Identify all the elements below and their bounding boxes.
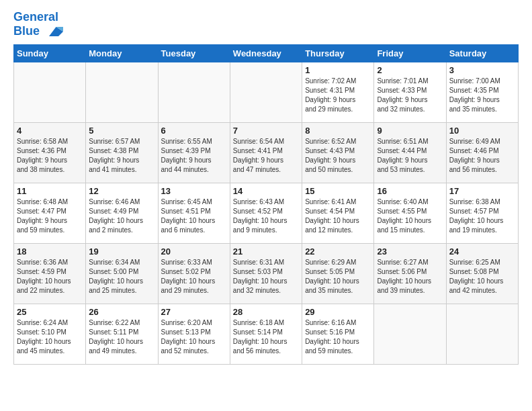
calendar-cell xyxy=(374,304,446,364)
day-info: and 50 minutes. xyxy=(305,165,371,175)
day-info: Sunset: 5:00 PM xyxy=(89,267,154,277)
day-number: 20 xyxy=(161,246,227,257)
day-number: 22 xyxy=(305,246,371,257)
day-info: Daylight: 9 hours xyxy=(377,95,443,105)
day-info: Daylight: 9 hours xyxy=(161,156,227,165)
weekday-header-thursday: Thursday xyxy=(302,44,374,62)
day-number: 18 xyxy=(17,246,83,257)
day-info: Daylight: 10 hours xyxy=(233,337,299,347)
day-info: Daylight: 10 hours xyxy=(161,277,227,286)
logo-text2: Blue xyxy=(13,24,63,39)
day-info: Sunrise: 6:54 AM xyxy=(233,137,299,146)
day-number: 6 xyxy=(161,126,227,136)
day-info: Sunset: 4:49 PM xyxy=(89,207,154,216)
day-info: Sunrise: 6:20 AM xyxy=(161,318,227,328)
calendar-cell: 10Sunrise: 6:49 AMSunset: 4:46 PMDayligh… xyxy=(446,122,518,183)
day-info: and 39 minutes. xyxy=(377,286,443,295)
day-number: 2 xyxy=(377,65,443,75)
calendar-cell xyxy=(86,62,158,122)
day-info: Daylight: 10 hours xyxy=(305,277,371,286)
day-info: Sunset: 5:14 PM xyxy=(233,328,299,337)
day-info: Sunrise: 7:00 AM xyxy=(449,77,515,86)
day-info: Daylight: 10 hours xyxy=(17,337,83,347)
day-info: and 59 minutes. xyxy=(305,347,371,356)
day-info: Sunrise: 6:40 AM xyxy=(377,197,443,207)
day-number: 26 xyxy=(89,307,154,317)
day-info: and 52 minutes. xyxy=(161,347,227,356)
weekday-header-wednesday: Wednesday xyxy=(230,44,302,62)
day-info: Daylight: 10 hours xyxy=(377,216,443,226)
day-info: Daylight: 9 hours xyxy=(89,156,154,165)
calendar-cell: 22Sunrise: 6:29 AMSunset: 5:05 PMDayligh… xyxy=(302,243,374,304)
day-info: and 56 minutes. xyxy=(233,347,299,356)
calendar-cell: 12Sunrise: 6:46 AMSunset: 4:49 PMDayligh… xyxy=(86,183,158,243)
calendar-cell: 3Sunrise: 7:00 AMSunset: 4:35 PMDaylight… xyxy=(446,62,518,122)
day-info: Sunset: 4:59 PM xyxy=(17,267,83,277)
day-info: and 29 minutes. xyxy=(161,286,227,295)
day-info: Sunset: 4:52 PM xyxy=(233,207,299,216)
day-info: and 12 minutes. xyxy=(305,226,371,235)
calendar-cell: 26Sunrise: 6:22 AMSunset: 5:11 PMDayligh… xyxy=(86,304,158,364)
calendar-cell xyxy=(158,62,230,122)
day-info: Daylight: 9 hours xyxy=(305,156,371,165)
calendar-cell: 5Sunrise: 6:57 AMSunset: 4:38 PMDaylight… xyxy=(86,122,158,183)
week-row-1: 1Sunrise: 7:02 AMSunset: 4:31 PMDaylight… xyxy=(14,62,519,122)
calendar-cell: 7Sunrise: 6:54 AMSunset: 4:41 PMDaylight… xyxy=(230,122,302,183)
day-info: and 32 minutes. xyxy=(233,286,299,295)
day-info: Sunset: 5:13 PM xyxy=(161,328,227,337)
calendar-cell: 27Sunrise: 6:20 AMSunset: 5:13 PMDayligh… xyxy=(158,304,230,364)
day-info: and 47 minutes. xyxy=(233,165,299,175)
day-info: Sunrise: 6:49 AM xyxy=(449,137,515,146)
calendar-cell: 9Sunrise: 6:51 AMSunset: 4:44 PMDaylight… xyxy=(374,122,446,183)
day-info: Sunset: 4:36 PM xyxy=(17,146,83,156)
weekday-header-row: SundayMondayTuesdayWednesdayThursdayFrid… xyxy=(14,44,519,62)
day-info: Daylight: 10 hours xyxy=(233,277,299,286)
day-info: Sunset: 4:47 PM xyxy=(17,207,83,216)
day-number: 7 xyxy=(233,126,299,136)
day-number: 23 xyxy=(377,246,443,257)
day-info: Daylight: 10 hours xyxy=(89,216,154,226)
day-info: Daylight: 10 hours xyxy=(89,277,154,286)
calendar-cell xyxy=(230,62,302,122)
day-info: Sunset: 5:16 PM xyxy=(305,328,371,337)
calendar-cell: 8Sunrise: 6:52 AMSunset: 4:43 PMDaylight… xyxy=(302,122,374,183)
day-info: Daylight: 10 hours xyxy=(233,216,299,226)
day-info: Sunset: 4:57 PM xyxy=(449,207,515,216)
day-info: Daylight: 9 hours xyxy=(233,156,299,165)
day-info: Sunset: 4:54 PM xyxy=(305,207,371,216)
weekday-header-friday: Friday xyxy=(374,44,446,62)
calendar-cell: 19Sunrise: 6:34 AMSunset: 5:00 PMDayligh… xyxy=(86,243,158,304)
day-number: 25 xyxy=(17,307,83,317)
day-info: Sunset: 4:35 PM xyxy=(449,86,515,95)
calendar-cell: 1Sunrise: 7:02 AMSunset: 4:31 PMDaylight… xyxy=(302,62,374,122)
day-info: Sunset: 4:51 PM xyxy=(161,207,227,216)
day-info: Sunset: 4:46 PM xyxy=(449,146,515,156)
day-number: 27 xyxy=(161,307,227,317)
day-info: Sunset: 5:10 PM xyxy=(17,328,83,337)
day-info: and 35 minutes. xyxy=(449,105,515,114)
calendar-cell: 28Sunrise: 6:18 AMSunset: 5:14 PMDayligh… xyxy=(230,304,302,364)
day-info: Sunrise: 6:55 AM xyxy=(161,137,227,146)
week-row-3: 11Sunrise: 6:48 AMSunset: 4:47 PMDayligh… xyxy=(14,183,519,243)
calendar-cell: 24Sunrise: 6:25 AMSunset: 5:08 PMDayligh… xyxy=(446,243,518,304)
day-number: 24 xyxy=(449,246,515,257)
day-number: 8 xyxy=(305,126,371,136)
day-info: Sunrise: 6:24 AM xyxy=(17,318,83,328)
day-info: Sunrise: 6:33 AM xyxy=(161,258,227,267)
day-info: Sunset: 4:33 PM xyxy=(377,86,443,95)
week-row-4: 18Sunrise: 6:36 AMSunset: 4:59 PMDayligh… xyxy=(14,243,519,304)
day-number: 3 xyxy=(449,65,515,75)
day-number: 13 xyxy=(161,186,227,196)
day-info: Daylight: 10 hours xyxy=(161,216,227,226)
day-info: Daylight: 9 hours xyxy=(449,156,515,165)
day-number: 17 xyxy=(449,186,515,196)
day-info: and 6 minutes. xyxy=(161,226,227,235)
day-info: Daylight: 9 hours xyxy=(449,95,515,105)
day-info: Daylight: 9 hours xyxy=(305,95,371,105)
week-row-5: 25Sunrise: 6:24 AMSunset: 5:10 PMDayligh… xyxy=(14,304,519,364)
day-info: Sunrise: 6:52 AM xyxy=(305,137,371,146)
day-info: Sunrise: 7:01 AM xyxy=(377,77,443,86)
day-info: Sunrise: 6:34 AM xyxy=(89,258,154,267)
day-number: 28 xyxy=(233,307,299,317)
day-info: Daylight: 10 hours xyxy=(305,337,371,347)
